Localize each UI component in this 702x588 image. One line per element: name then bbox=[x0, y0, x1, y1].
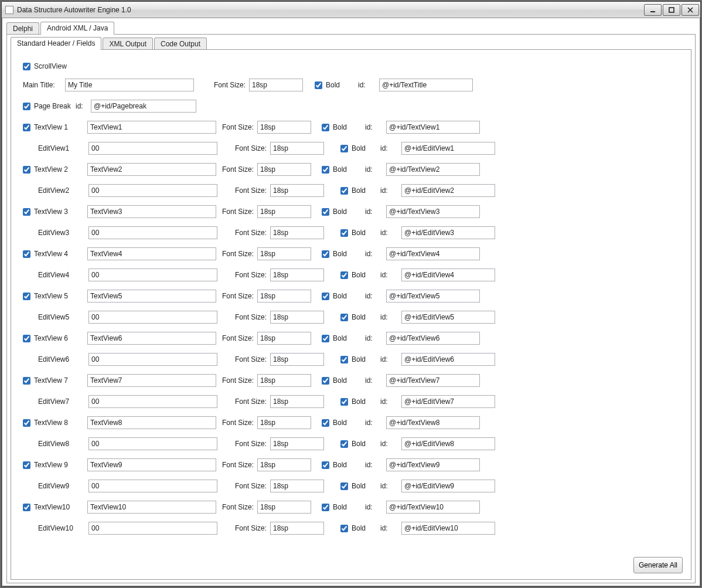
editview9-fontsize-input[interactable] bbox=[270, 480, 324, 492]
textview3-fontsize-input[interactable] bbox=[257, 205, 311, 218]
textview10-bold-checkbox[interactable]: Bold bbox=[322, 503, 365, 511]
textview7-checkbox[interactable]: TextView 7 bbox=[23, 376, 87, 385]
textview2-checkbox[interactable]: TextView 2 bbox=[23, 165, 87, 174]
editview7-fontsize-input[interactable] bbox=[270, 395, 324, 408]
textview2-value-input[interactable] bbox=[87, 163, 216, 176]
main-title-id-input[interactable] bbox=[379, 79, 473, 91]
editview3-value-input[interactable] bbox=[88, 226, 217, 239]
editview4-value-input[interactable] bbox=[88, 268, 217, 281]
textview4-fontsize-input[interactable] bbox=[257, 247, 311, 260]
main-title-input[interactable] bbox=[65, 79, 194, 91]
editview4-id-input[interactable] bbox=[401, 268, 495, 281]
textview2-id-input[interactable] bbox=[386, 163, 480, 176]
editview1-value-input[interactable] bbox=[88, 142, 217, 155]
textview7-id-input[interactable] bbox=[386, 374, 480, 387]
textview5-bold-input[interactable] bbox=[322, 293, 329, 300]
textview9-check-input[interactable] bbox=[23, 461, 30, 469]
scrollview-checkbox[interactable]: ScrollView bbox=[23, 62, 67, 70]
textview5-id-input[interactable] bbox=[386, 290, 480, 303]
editview6-value-input[interactable] bbox=[88, 353, 217, 366]
editview2-bold-input[interactable] bbox=[340, 187, 348, 195]
textview5-fontsize-input[interactable] bbox=[257, 290, 311, 303]
textview10-id-input[interactable] bbox=[386, 501, 480, 514]
editview3-id-input[interactable] bbox=[401, 226, 495, 239]
editview10-value-input[interactable] bbox=[88, 522, 217, 535]
textview1-bold-checkbox[interactable]: Bold bbox=[322, 123, 365, 131]
editview9-value-input[interactable] bbox=[88, 480, 217, 492]
textview9-bold-checkbox[interactable]: Bold bbox=[322, 461, 365, 469]
editview4-bold-checkbox[interactable]: Bold bbox=[340, 271, 380, 279]
editview1-fontsize-input[interactable] bbox=[270, 142, 324, 155]
titlebar[interactable]: Data Structure Autowriter Engine 1.0 bbox=[2, 2, 700, 18]
editview8-bold-checkbox[interactable]: Bold bbox=[340, 440, 380, 448]
tab-xml-output[interactable]: XML Output bbox=[103, 38, 153, 50]
textview5-bold-checkbox[interactable]: Bold bbox=[322, 292, 365, 300]
editview1-bold-checkbox[interactable]: Bold bbox=[340, 144, 380, 152]
textview10-check-input[interactable] bbox=[23, 504, 30, 511]
textview6-id-input[interactable] bbox=[386, 332, 480, 345]
editview5-id-input[interactable] bbox=[401, 311, 495, 324]
textview8-check-input[interactable] bbox=[23, 419, 30, 427]
editview5-value-input[interactable] bbox=[88, 311, 217, 324]
editview5-fontsize-input[interactable] bbox=[270, 311, 324, 324]
editview6-fontsize-input[interactable] bbox=[270, 353, 324, 366]
page-break-checkbox[interactable]: Page Break bbox=[23, 102, 76, 110]
textview3-value-input[interactable] bbox=[87, 205, 216, 218]
textview1-fontsize-input[interactable] bbox=[257, 121, 311, 134]
textview9-checkbox[interactable]: TextView 9 bbox=[23, 461, 87, 469]
textview7-fontsize-input[interactable] bbox=[257, 374, 311, 387]
textview4-id-input[interactable] bbox=[386, 247, 480, 260]
textview2-bold-input[interactable] bbox=[322, 166, 329, 174]
textview5-checkbox[interactable]: TextView 5 bbox=[23, 292, 87, 300]
textview9-fontsize-input[interactable] bbox=[257, 458, 311, 471]
editview10-fontsize-input[interactable] bbox=[270, 522, 324, 535]
textview7-check-input[interactable] bbox=[23, 377, 30, 385]
textview3-bold-input[interactable] bbox=[322, 208, 329, 216]
textview6-fontsize-input[interactable] bbox=[257, 332, 311, 345]
editview4-fontsize-input[interactable] bbox=[270, 268, 324, 281]
editview2-value-input[interactable] bbox=[88, 184, 217, 197]
textview5-check-input[interactable] bbox=[23, 293, 30, 300]
editview7-bold-input[interactable] bbox=[340, 398, 348, 406]
textview2-check-input[interactable] bbox=[23, 166, 30, 174]
generate-all-button[interactable]: Generate All bbox=[633, 557, 683, 573]
editview5-bold-checkbox[interactable]: Bold bbox=[340, 313, 380, 321]
textview9-value-input[interactable] bbox=[87, 458, 216, 471]
editview1-id-input[interactable] bbox=[401, 142, 495, 155]
editview2-id-input[interactable] bbox=[401, 184, 495, 197]
textview1-check-input[interactable] bbox=[23, 124, 30, 131]
textview4-value-input[interactable] bbox=[87, 247, 216, 260]
textview7-bold-input[interactable] bbox=[322, 377, 329, 385]
textview2-bold-checkbox[interactable]: Bold bbox=[322, 165, 365, 174]
textview5-value-input[interactable] bbox=[87, 290, 216, 303]
textview4-bold-input[interactable] bbox=[322, 250, 329, 258]
textview10-value-input[interactable] bbox=[87, 501, 216, 514]
editview7-bold-checkbox[interactable]: Bold bbox=[340, 397, 380, 406]
editview2-fontsize-input[interactable] bbox=[270, 184, 324, 197]
textview6-check-input[interactable] bbox=[23, 335, 30, 342]
editview8-bold-input[interactable] bbox=[340, 440, 348, 448]
tab-android[interactable]: Android XML / Java bbox=[40, 22, 114, 35]
textview4-bold-checkbox[interactable]: Bold bbox=[322, 250, 365, 258]
tab-code-output[interactable]: Code Output bbox=[154, 38, 207, 50]
editview3-bold-checkbox[interactable]: Bold bbox=[340, 229, 380, 237]
textview8-value-input[interactable] bbox=[87, 416, 216, 429]
textview10-fontsize-input[interactable] bbox=[257, 501, 311, 514]
textview8-bold-input[interactable] bbox=[322, 419, 329, 427]
page-break-id-input[interactable] bbox=[91, 100, 196, 113]
editview6-bold-input[interactable] bbox=[340, 356, 348, 363]
textview10-checkbox[interactable]: TextView10 bbox=[23, 503, 87, 511]
editview9-bold-input[interactable] bbox=[340, 482, 348, 490]
editview7-value-input[interactable] bbox=[88, 395, 217, 408]
editview6-bold-checkbox[interactable]: Bold bbox=[340, 355, 380, 363]
textview6-checkbox[interactable]: TextView 6 bbox=[23, 334, 87, 342]
editview10-id-input[interactable] bbox=[401, 522, 495, 535]
minimize-button[interactable] bbox=[644, 4, 662, 16]
textview4-checkbox[interactable]: TextView 4 bbox=[23, 250, 87, 258]
textview4-check-input[interactable] bbox=[23, 250, 30, 258]
textview9-bold-input[interactable] bbox=[322, 461, 329, 469]
editview9-bold-checkbox[interactable]: Bold bbox=[340, 482, 380, 490]
page-break-check-input[interactable] bbox=[23, 103, 30, 110]
textview3-check-input[interactable] bbox=[23, 208, 30, 216]
textview1-bold-input[interactable] bbox=[322, 124, 329, 131]
